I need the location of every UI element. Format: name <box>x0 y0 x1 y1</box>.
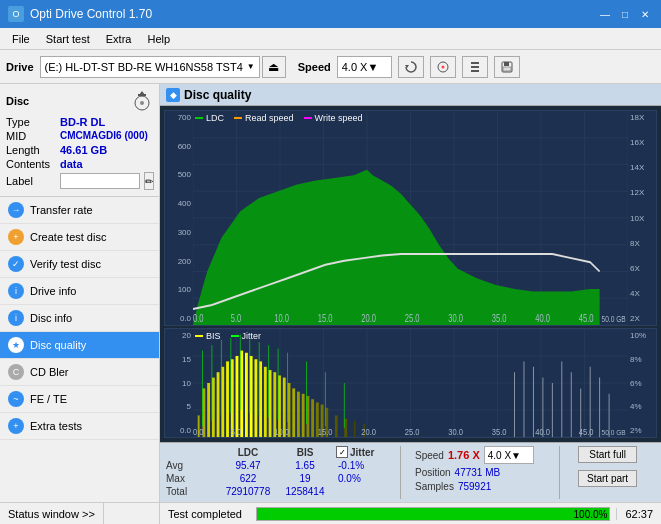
main-area: Disc Type BD-R DL MID CMCMAGDI6 (000) Le… <box>0 84 661 524</box>
start-full-button[interactable]: Start full <box>578 446 637 463</box>
menu-help[interactable]: Help <box>139 31 178 47</box>
svg-rect-83 <box>311 399 314 437</box>
right-panel: ◆ Disc quality LDC Read speed <box>160 84 661 524</box>
speed-dropdown-sm[interactable]: 4.0 X ▼ <box>484 446 534 464</box>
label-input[interactable] <box>60 173 140 189</box>
svg-text:25.0: 25.0 <box>405 313 420 325</box>
disc-read-button[interactable] <box>430 56 456 78</box>
svg-rect-7 <box>504 62 509 66</box>
drive-bar: Drive (E:) HL-DT-ST BD-RE WH16NS58 TST4 … <box>0 50 661 84</box>
sidebar-item-extra-tests[interactable]: + Extra tests <box>0 413 159 440</box>
avg-label: Avg <box>166 460 216 471</box>
sidebar-item-fe-te[interactable]: ~ FE / TE <box>0 386 159 413</box>
charts-area: LDC Read speed Write speed 700 600 <box>160 106 661 442</box>
svg-text:35.0: 35.0 <box>492 427 507 437</box>
save-button[interactable] <box>494 56 520 78</box>
create-test-disc-label: Create test disc <box>30 231 106 243</box>
mid-value: CMCMAGDI6 (000) <box>60 130 148 141</box>
speed-label: Speed <box>298 61 331 73</box>
fe-te-label: FE / TE <box>30 393 67 405</box>
svg-point-2 <box>441 65 444 68</box>
svg-text:15.0: 15.0 <box>318 427 333 437</box>
speed-dropdown-value: 4.0 X <box>488 450 511 461</box>
length-value: 46.61 GB <box>60 144 107 156</box>
speed-value: 4.0 X <box>342 61 368 73</box>
read-speed-label: Read speed <box>245 113 294 123</box>
menu-extra[interactable]: Extra <box>98 31 140 47</box>
menu-file[interactable]: File <box>4 31 38 47</box>
top-chart-inner: 0.0 5.0 10.0 15.0 20.0 25.0 30.0 35.0 40… <box>193 111 628 325</box>
disc-eject-icon[interactable] <box>131 90 153 112</box>
svg-text:0.0: 0.0 <box>193 427 204 437</box>
svg-text:10.0: 10.0 <box>274 427 289 437</box>
svg-rect-61 <box>207 383 210 437</box>
speed-dropdown[interactable]: 4.0 X ▼ <box>337 56 392 78</box>
sidebar-item-disc-quality[interactable]: ★ Disc quality <box>0 332 159 359</box>
total-label: Total <box>166 486 216 497</box>
bottom-chart: BIS Jitter 20 15 10 5 0.0 <box>164 328 657 438</box>
drive-info-icon: i <box>8 283 24 299</box>
legend-bis: BIS <box>195 331 221 341</box>
svg-text:0.0: 0.0 <box>193 313 203 325</box>
jitter-checkbox[interactable]: ✓ <box>336 446 348 458</box>
svg-text:35.0: 35.0 <box>492 313 507 325</box>
disc-section: Disc Type BD-R DL MID CMCMAGDI6 (000) Le… <box>0 84 159 197</box>
svg-rect-89 <box>354 421 356 437</box>
refresh-button[interactable] <box>398 56 424 78</box>
legend-jitter: Jitter <box>231 331 262 341</box>
save-icon <box>500 60 514 74</box>
eject-button[interactable]: ⏏ <box>262 56 286 78</box>
progress-bar-container: 100.0% <box>256 507 610 521</box>
top-chart-legend: LDC Read speed Write speed <box>195 113 362 123</box>
sidebar-item-verify-test-disc[interactable]: ✓ Verify test disc <box>0 251 159 278</box>
jitter-label: Jitter <box>242 331 262 341</box>
sidebar-nav: → Transfer rate + Create test disc ✓ Ver… <box>0 197 159 502</box>
menu-start-test[interactable]: Start test <box>38 31 98 47</box>
jitter-color-swatch <box>231 335 239 337</box>
mid-label: MID <box>6 130 56 142</box>
maximize-button[interactable]: □ <box>617 6 633 22</box>
disc-info-label: Disc info <box>30 312 72 324</box>
bottom-chart-svg: 0.0 5.0 10.0 15.0 20.0 25.0 30.0 35.0 40… <box>193 329 628 437</box>
samples-label: Samples <box>415 481 454 492</box>
svg-rect-71 <box>254 359 257 437</box>
drive-dropdown[interactable]: (E:) HL-DT-ST BD-RE WH16NS58 TST4 ▼ <box>40 56 260 78</box>
legend-write: Write speed <box>304 113 363 123</box>
svg-rect-80 <box>297 392 300 437</box>
svg-text:5.0: 5.0 <box>231 313 241 325</box>
extra-tests-icon: + <box>8 418 24 434</box>
svg-rect-4 <box>471 66 479 68</box>
contents-label: Contents <box>6 158 56 170</box>
svg-rect-67 <box>236 356 239 437</box>
settings-button[interactable] <box>462 56 488 78</box>
close-button[interactable]: ✕ <box>637 6 653 22</box>
minimize-button[interactable]: — <box>597 6 613 22</box>
extra-tests-label: Extra tests <box>30 420 82 432</box>
test-completed-text: Test completed <box>160 508 250 520</box>
bis-color-swatch <box>195 335 203 337</box>
transfer-rate-label: Transfer rate <box>30 204 93 216</box>
svg-text:50.0 GB: 50.0 GB <box>602 314 626 324</box>
legend-ldc: LDC <box>195 113 224 123</box>
sidebar-item-transfer-rate[interactable]: → Transfer rate <box>0 197 159 224</box>
cd-bler-label: CD Bler <box>30 366 69 378</box>
max-label: Max <box>166 473 216 484</box>
svg-text:15.0: 15.0 <box>318 313 333 325</box>
sidebar-item-create-test-disc[interactable]: + Create test disc <box>0 224 159 251</box>
jitter-header: Jitter <box>350 447 374 458</box>
sidebar-item-disc-info[interactable]: i Disc info <box>0 305 159 332</box>
fe-te-icon: ~ <box>8 391 24 407</box>
verify-test-disc-label: Verify test disc <box>30 258 101 270</box>
label-edit-button[interactable]: ✏ <box>144 172 154 190</box>
svg-text:45.0: 45.0 <box>579 427 594 437</box>
sidebar-item-drive-info[interactable]: i Drive info <box>0 278 159 305</box>
svg-text:50.0 GB: 50.0 GB <box>602 428 626 437</box>
speed-label: Speed <box>415 450 444 461</box>
bis-label: BIS <box>206 331 221 341</box>
position-value: 47731 MB <box>455 467 501 478</box>
start-part-button[interactable]: Start part <box>578 470 637 487</box>
legend-read: Read speed <box>234 113 294 123</box>
top-chart-y-axis-right: 18X 16X 14X 12X 10X 8X 6X 4X 2X <box>628 111 656 325</box>
sidebar-item-cd-bler[interactable]: C CD Bler <box>0 359 159 386</box>
status-window-button[interactable]: Status window >> <box>0 503 104 524</box>
